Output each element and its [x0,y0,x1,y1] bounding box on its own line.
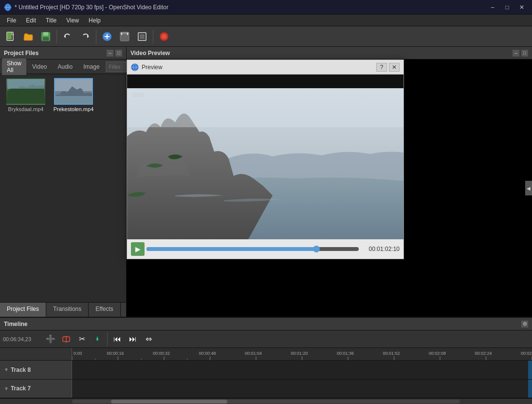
video-panel-minimize[interactable]: – [513,50,519,57]
drop-frame-button[interactable] [91,332,104,346]
center-timeline-button[interactable]: ⇔ [142,332,155,346]
track-7-scrollbar[interactable] [528,380,532,398]
maximize-button[interactable]: □ [501,2,514,12]
jump-end-button[interactable]: ⏭ [126,332,140,346]
undo-button[interactable] [60,29,75,44]
fullscreen-button[interactable] [134,29,150,44]
track-8-chevron[interactable]: ▼ [4,367,9,372]
menubar: File Edit Title View Help [0,15,532,26]
titlebar: * Untitled Project [HD 720p 30 fps] - Op… [0,0,532,15]
tracks-area: ▼ Track 8 ▼ Track 7 [0,361,532,398]
file-thumbnail-prekestolen [54,78,93,105]
prekestolen-thumbnail-svg [55,79,93,105]
progress-thumb [313,246,320,252]
h-scroll-thumb[interactable] [111,400,227,404]
svg-rect-31 [127,88,404,127]
preview-help-button[interactable]: ? [376,63,387,72]
project-files-header: Project Files – □ [0,47,126,59]
timeline-settings-button[interactable]: ⚙ [521,321,528,327]
video-black-bg: Preview ? ✕ 1868 [127,59,532,317]
tab-project-files[interactable]: Project Files [0,303,46,317]
progress-bar[interactable] [147,247,359,251]
svg-rect-4 [7,32,12,39]
preview-close-button[interactable]: ✕ [389,63,400,72]
svg-rect-18 [140,34,145,39]
tab-show-all[interactable]: Show All [2,58,26,75]
track-row-7: ▼ Track 7 [0,380,532,399]
top-panels: Project Files – □ Show All Video Audio I… [0,47,532,317]
file-item-prekestolen[interactable]: Prekestolen.mp4 [52,78,95,112]
preview-dialog-logo-icon [131,63,139,71]
preview-dialog: Preview ? ✕ 1868 [127,59,404,259]
main-layout: Project Files – □ Show All Video Audio I… [0,47,532,404]
preview-dialog-content: 1868 [127,88,404,239]
svg-text:00:01:52: 00:01:52 [383,351,400,356]
svg-text:0:00: 0:00 [73,351,82,356]
menu-file[interactable]: File [2,16,21,25]
new-button[interactable] [3,29,18,44]
track-8-label: ▼ Track 8 [0,361,72,379]
record-button[interactable] [156,29,172,44]
timeline-time-display: 00:06:34,23 [3,336,42,342]
jump-start-button[interactable]: ⏮ [110,332,124,346]
toolbar-separator-2 [96,30,96,43]
menu-help[interactable]: Help [84,16,106,25]
svg-rect-26 [55,96,93,105]
add-track-button[interactable]: ➕ [44,332,57,346]
track-8-content[interactable] [72,361,532,379]
right-panel-controls: – □ [513,50,528,57]
track-row-8: ▼ Track 8 [0,361,532,380]
video-preview-header: Video Preview – □ [127,47,532,59]
menu-title[interactable]: Title [41,16,61,25]
razor-button[interactable]: ✂ [75,332,89,346]
menu-edit[interactable]: Edit [21,16,41,25]
panel-expand-button[interactable]: □ [115,50,122,57]
svg-text:00:02:08: 00:02:08 [429,351,446,356]
titlebar-left: * Untitled Project [HD 720p 30 fps] - Op… [4,3,168,11]
preview-dialog-title-text: Preview [142,64,163,71]
svg-text:00:00:32: 00:00:32 [153,351,170,356]
timeline-toolbar: 00:06:34,23 ➕ ✂ ⏮ ⏭ ⇔ [0,330,532,348]
play-button[interactable]: ▶ [131,242,145,256]
tab-transitions[interactable]: Transitions [46,303,89,317]
timeline-content: 0:00 00:00:16 00:00:32 00:00:48 00:01:04… [0,348,532,404]
h-scroll-track[interactable] [72,400,460,404]
time-display: 00:01:02:10 [361,246,400,252]
preview-controls-bar: ▶ 00:01:02:10 [127,239,404,259]
tab-video[interactable]: Video [27,62,52,72]
file-name-prekestolen: Prekestolen.mp4 [54,106,94,112]
ruler-spacer [0,348,72,360]
ruler-track: 0:00 00:00:16 00:00:32 00:00:48 00:01:04… [72,348,532,360]
save-button[interactable] [38,29,54,44]
bryksdaal-thumbnail-svg [7,79,45,105]
tab-image[interactable]: Image [78,62,104,72]
timeline-header: Timeline ⚙ [0,318,532,330]
preview-expand-arrow[interactable]: ◀ [525,181,532,195]
svg-rect-23 [7,79,45,89]
file-thumbnail-bryksdaal [6,78,45,105]
preview-dialog-title-area: Preview [131,63,163,71]
video-panel-expand[interactable]: □ [521,50,528,57]
window-title: * Untitled Project [HD 720p 30 fps] - Op… [15,4,168,11]
panel-minimize-button[interactable]: – [107,50,113,57]
app-logo-icon [4,3,12,11]
track-7-chevron[interactable]: ▼ [4,386,9,391]
file-item-bryksdaal[interactable]: Bryksdaal.mp4 [4,78,48,112]
redo-button[interactable] [77,29,93,44]
timeline-separator [107,332,108,346]
track-7-content[interactable] [72,380,532,398]
snap-button[interactable] [59,332,73,346]
clip-button[interactable] [117,29,132,44]
left-bottom-tabs: Project Files Transitions Effects [0,302,126,317]
track-8-scrollbar[interactable] [528,361,532,379]
svg-text:00:02:24: 00:02:24 [475,351,492,356]
tab-effects[interactable]: Effects [89,303,120,317]
import-button[interactable] [99,29,115,44]
track-7-name: Track 7 [11,385,31,392]
open-button[interactable] [20,29,36,44]
minimize-button[interactable]: – [486,2,499,12]
tab-audio[interactable]: Audio [53,62,78,72]
menu-view[interactable]: View [61,16,84,25]
close-window-button[interactable]: ✕ [515,2,528,12]
horizontal-scrollbar[interactable] [0,398,532,404]
